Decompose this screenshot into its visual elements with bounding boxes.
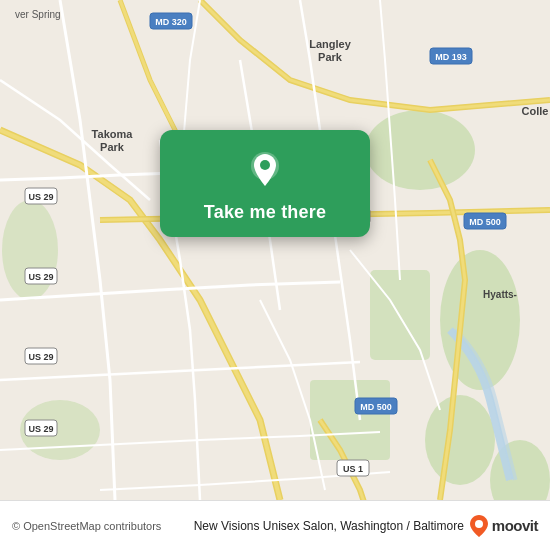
app-info: New Visions Unisex Salon, Washington / B…	[194, 515, 538, 537]
moovit-pin-icon	[470, 515, 488, 537]
bottom-bar: © OpenStreetMap contributors New Visions…	[0, 500, 550, 550]
svg-text:US 29: US 29	[28, 424, 53, 434]
svg-text:ver Spring: ver Spring	[15, 9, 61, 20]
map-container: US 29 US 29 US 29 US 29 MD 320 MD 193 41…	[0, 0, 550, 500]
svg-text:Takoma: Takoma	[92, 128, 134, 140]
svg-text:Park: Park	[100, 141, 125, 153]
location-pin-icon	[243, 148, 287, 192]
map-background: US 29 US 29 US 29 US 29 MD 320 MD 193 41…	[0, 0, 550, 500]
svg-text:Hyatts-: Hyatts-	[483, 289, 517, 300]
svg-point-38	[475, 520, 483, 528]
moovit-badge: moovit	[470, 515, 538, 537]
svg-point-37	[260, 160, 270, 170]
place-name: New Visions Unisex Salon, Washington / B…	[194, 519, 464, 533]
svg-text:MD 193: MD 193	[435, 52, 467, 62]
moovit-logo: moovit	[492, 517, 538, 534]
cta-card[interactable]: Take me there	[160, 130, 370, 237]
svg-text:MD 500: MD 500	[469, 217, 501, 227]
svg-text:Park: Park	[318, 51, 343, 63]
svg-text:US 29: US 29	[28, 272, 53, 282]
attribution-text: © OpenStreetMap contributors	[12, 520, 161, 532]
svg-point-3	[425, 395, 495, 485]
svg-text:Colle: Colle	[522, 105, 549, 117]
svg-text:MD 320: MD 320	[155, 17, 187, 27]
svg-text:US 29: US 29	[28, 352, 53, 362]
svg-text:US 1: US 1	[343, 464, 363, 474]
attribution: © OpenStreetMap contributors	[12, 520, 161, 532]
svg-point-6	[2, 200, 58, 300]
svg-text:MD 500: MD 500	[360, 402, 392, 412]
cta-button-label: Take me there	[204, 202, 326, 223]
svg-text:Langley: Langley	[309, 38, 351, 50]
svg-point-1	[365, 110, 475, 190]
svg-text:US 29: US 29	[28, 192, 53, 202]
